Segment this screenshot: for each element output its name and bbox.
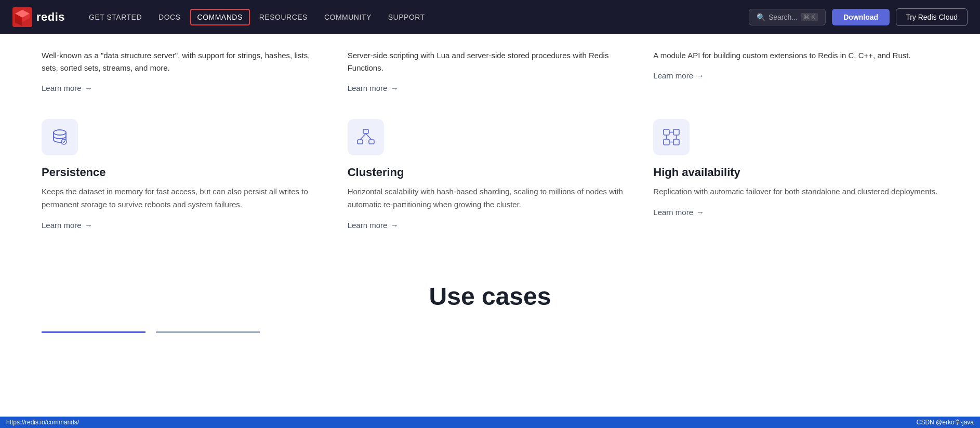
learn-more-1[interactable]: Learn more → (348, 84, 399, 92)
arrow-icon-2: → (696, 71, 704, 80)
top-feature-2-desc: A module API for building custom extensi… (653, 49, 938, 62)
download-button[interactable]: Download (832, 9, 890, 25)
divider-2 (156, 331, 260, 333)
main-content: Well-known as a "data structure server",… (0, 34, 980, 333)
top-feature-0-desc: Well-known as a "data structure server",… (42, 49, 327, 74)
use-cases-title: Use cases (42, 282, 938, 311)
top-features-grid: Well-known as a "data structure server",… (42, 49, 938, 93)
card-clustering: Clustering Horizontal scalability with h… (348, 119, 633, 230)
arrow-icon-clustering: → (390, 221, 398, 230)
search-placeholder: Search... (769, 13, 798, 21)
learn-more-2[interactable]: Learn more → (653, 71, 704, 80)
card-availability-desc: Replication with automatic failover for … (653, 185, 938, 198)
top-feature-0: Well-known as a "data structure server",… (42, 49, 327, 93)
svg-point-6 (54, 130, 66, 135)
divider-1 (42, 331, 145, 333)
nav-commands[interactable]: COMMANDS (190, 9, 250, 25)
database-icon (50, 127, 70, 147)
card-high-availability: High availability Replication with autom… (653, 119, 938, 230)
svg-rect-16 (673, 139, 679, 145)
svg-rect-9 (357, 140, 363, 144)
availability-icon (661, 127, 681, 147)
cluster-icon (356, 127, 376, 147)
navbar: redis GET STARTED DOCS COMMANDS RESOURCE… (0, 0, 980, 34)
nav-community[interactable]: COMMUNITY (317, 9, 379, 25)
search-shortcut: ⌘ K (801, 13, 818, 21)
card-persistence-desc: Keeps the dataset in memory for fast acc… (42, 185, 327, 211)
nav-get-started[interactable]: GET STARTED (82, 9, 149, 25)
persistence-icon-box (42, 119, 78, 155)
try-cloud-button[interactable]: Try Redis Cloud (896, 8, 968, 26)
svg-rect-8 (363, 129, 368, 133)
card-availability-title: High availability (653, 166, 938, 179)
svg-rect-15 (664, 139, 669, 145)
nav-support[interactable]: SUPPORT (381, 9, 432, 25)
arrow-icon-1: → (390, 84, 398, 92)
learn-more-availability[interactable]: Learn more → (653, 208, 704, 217)
top-feature-2: A module API for building custom extensi… (653, 49, 938, 93)
redis-logo-icon (12, 7, 32, 27)
top-feature-1-desc: Server-side scripting with Lua and serve… (348, 49, 633, 74)
card-persistence: Persistence Keeps the dataset in memory … (42, 119, 327, 230)
svg-rect-10 (369, 140, 374, 144)
card-clustering-title: Clustering (348, 166, 633, 179)
svg-line-11 (360, 133, 366, 140)
arrow-icon-persistence: → (85, 221, 92, 230)
arrow-icon-0: → (85, 84, 92, 92)
card-clustering-desc: Horizontal scalability with hash-based s… (348, 185, 633, 211)
card-persistence-title: Persistence (42, 166, 327, 179)
arrow-icon-availability: → (696, 208, 704, 217)
learn-more-persistence[interactable]: Learn more → (42, 221, 92, 230)
clustering-icon-box (348, 119, 384, 155)
learn-more-0[interactable]: Learn more → (42, 84, 92, 92)
svg-rect-13 (664, 129, 669, 135)
redis-wordmark: redis (36, 10, 65, 24)
nav-resources[interactable]: RESOURCES (252, 9, 315, 25)
cards-grid: Persistence Keeps the dataset in memory … (42, 119, 938, 230)
navbar-links: GET STARTED DOCS COMMANDS RESOURCES COMM… (82, 9, 749, 25)
logo[interactable]: redis (12, 7, 65, 27)
learn-more-clustering[interactable]: Learn more → (348, 221, 399, 230)
search-box[interactable]: 🔍 Search... ⌘ K (749, 9, 826, 25)
search-icon: 🔍 (757, 13, 765, 21)
availability-icon-box (653, 119, 690, 155)
nav-docs[interactable]: DOCS (151, 9, 188, 25)
bottom-dividers (42, 331, 938, 333)
svg-line-12 (366, 133, 372, 140)
navbar-right: 🔍 Search... ⌘ K Download Try Redis Cloud (749, 8, 968, 26)
top-feature-1: Server-side scripting with Lua and serve… (348, 49, 633, 93)
use-cases-section: Use cases (42, 261, 938, 321)
svg-rect-14 (673, 129, 679, 135)
